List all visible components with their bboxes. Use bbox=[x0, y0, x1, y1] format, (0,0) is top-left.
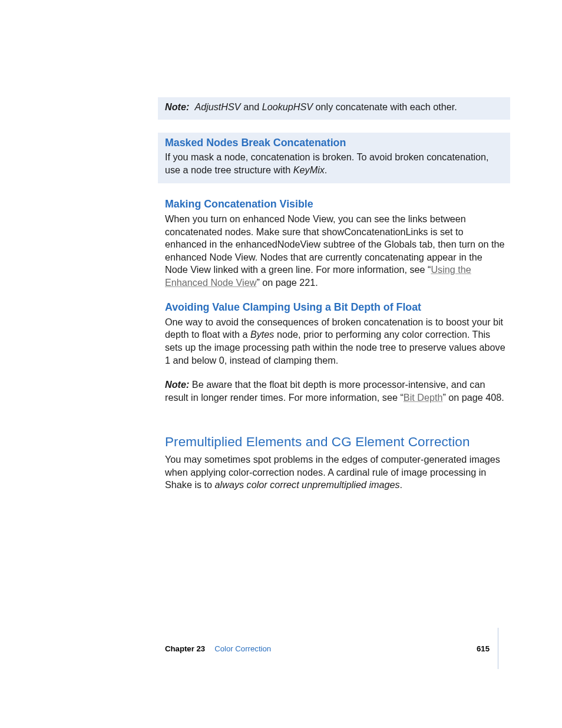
masked-paragraph: If you mask a node, concatenation is bro… bbox=[165, 151, 503, 176]
chapter-title: Color Correction bbox=[214, 644, 271, 653]
making-paragraph: When you turn on enhanced Node View, you… bbox=[165, 213, 507, 289]
premult-paragraph: You may sometimes spot problems in the e… bbox=[165, 453, 507, 492]
heading-masked: Masked Nodes Break Concatenation bbox=[165, 136, 503, 150]
note-box-adjusthsv: Note: AdjustHSV and LookupHSV only conca… bbox=[158, 97, 510, 120]
note-tail: only concatenate with each other. bbox=[313, 101, 457, 112]
premult-italic: always color correct unpremultiplied ima… bbox=[215, 479, 400, 490]
page-footer: Chapter 23 Color Correction 615 bbox=[165, 628, 498, 669]
heading-premultiplied: Premultiplied Elements and CG Element Co… bbox=[165, 433, 507, 451]
page: Note: AdjustHSV and LookupHSV only conca… bbox=[0, 0, 562, 728]
note-italic-2: LookupHSV bbox=[262, 101, 313, 112]
making-text-b: ” on page 221. bbox=[256, 277, 318, 288]
chapter-label: Chapter 23 bbox=[165, 644, 205, 653]
masked-italic: KeyMix bbox=[293, 164, 325, 175]
note2-text-b: ” on page 408. bbox=[442, 392, 504, 403]
link-bit-depth[interactable]: Bit Depth bbox=[404, 392, 443, 403]
avoiding-paragraph-1: One way to avoid the consequences of bro… bbox=[165, 316, 507, 367]
note-prefix: Note: bbox=[165, 101, 189, 112]
heading-making: Making Concatenation Visible bbox=[165, 197, 507, 212]
avoiding-italic: Bytes bbox=[250, 329, 275, 340]
premult-text-b: . bbox=[400, 479, 403, 490]
note-mid: and bbox=[241, 101, 262, 112]
content-column: Note: AdjustHSV and LookupHSV only conca… bbox=[165, 97, 507, 492]
note-text: Note: AdjustHSV and LookupHSV only conca… bbox=[165, 101, 503, 114]
masked-text-b: . bbox=[325, 164, 328, 175]
note-float-paragraph: Note: Be aware that the float bit depth … bbox=[165, 378, 507, 404]
page-number: 615 bbox=[477, 644, 490, 653]
heading-avoiding: Avoiding Value Clamping Using a Bit Dept… bbox=[165, 301, 507, 315]
note-italic-1: AdjustHSV bbox=[194, 101, 240, 112]
footer-left: Chapter 23 Color Correction bbox=[165, 644, 271, 653]
callout-masked-nodes: Masked Nodes Break Concatenation If you … bbox=[158, 133, 510, 184]
note2-prefix: Note: bbox=[165, 379, 189, 390]
